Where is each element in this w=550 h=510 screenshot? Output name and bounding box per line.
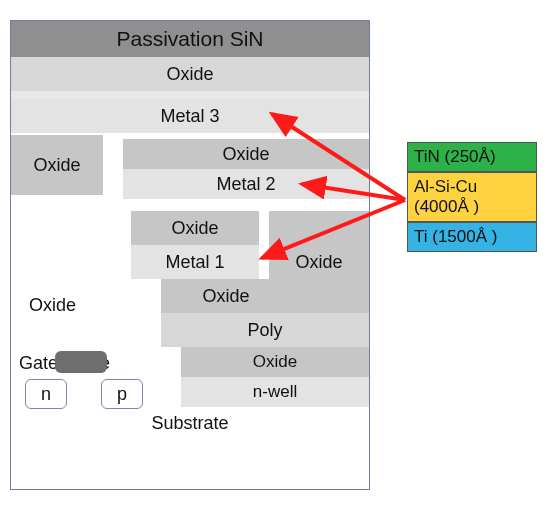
- layer-metal-2: Metal 2: [123, 169, 369, 199]
- layer-oxide-top: Oxide: [11, 57, 369, 91]
- p-well-box: p: [101, 379, 143, 409]
- layer-spacer-1: [11, 91, 369, 99]
- layer-oxide-m1-right: Oxide: [269, 211, 369, 313]
- gate-region: [55, 351, 107, 373]
- layer-oxide-m3-left: Oxide: [11, 135, 103, 195]
- layer-oxide-m2-a: Oxide: [131, 211, 259, 245]
- n-well-box: n: [25, 379, 67, 409]
- layer-nwell: n-well: [181, 377, 369, 407]
- legend-entry-ti: Ti (1500Å ): [407, 222, 537, 252]
- legend-entry-alsicu: Al-Si-Cu (4000Å ): [407, 172, 537, 222]
- layer-stack: Passivation SiN Oxide Metal 3 Oxide Oxid…: [10, 20, 370, 490]
- layer-metal-3: Metal 3: [11, 99, 369, 133]
- layer-gap-m2: [123, 199, 369, 211]
- legend-entry-tin: TiN (250Å): [407, 142, 537, 172]
- layer-passivation: Passivation SiN: [11, 21, 369, 57]
- metal-legend: TiN (250Å) Al-Si-Cu (4000Å ) Ti (1500Å ): [407, 142, 537, 252]
- layer-oxide-poly-below: Oxide: [181, 347, 369, 377]
- semiconductor-cross-section-diagram: Passivation SiN Oxide Metal 3 Oxide Oxid…: [0, 0, 550, 510]
- layer-oxide-m3-right: Oxide: [123, 139, 369, 169]
- layer-poly: Poly: [161, 313, 369, 347]
- layer-substrate: Substrate: [11, 409, 369, 489]
- layer-oxide-left-label: Oxide: [29, 295, 76, 316]
- layer-metal-1: Metal 1: [131, 245, 259, 279]
- layer-gap-m3: [103, 135, 123, 195]
